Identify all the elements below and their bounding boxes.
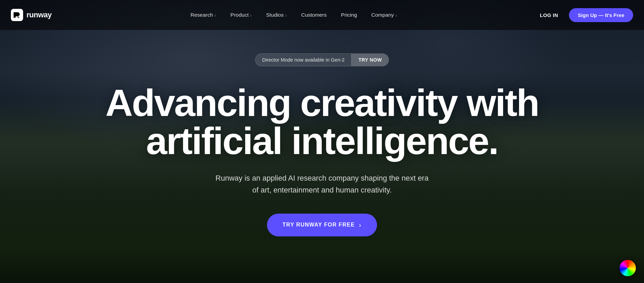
hero-content: Director Mode now available in Gen-2 TRY…	[0, 53, 644, 236]
nav-item-research[interactable]: Research ↓	[184, 9, 222, 21]
nav-item-company[interactable]: Company ↓	[365, 9, 403, 21]
hero-cta-arrow-icon: ›	[359, 221, 362, 229]
hero-cta-button[interactable]: TRY RUNWAY FOR FREE ›	[267, 214, 377, 236]
nav-right: LOG IN Sign Up — It's Free	[536, 8, 633, 22]
logo-text: runway	[26, 11, 52, 19]
login-button[interactable]: LOG IN	[536, 10, 562, 21]
hero-section: Director Mode now available in Gen-2 TRY…	[0, 0, 644, 283]
hero-subtitle: Runway is an applied AI research company…	[213, 172, 431, 196]
director-banner[interactable]: Director Mode now available in Gen-2 TRY…	[255, 53, 389, 66]
research-chevron-icon: ↓	[214, 13, 216, 17]
nav-item-product[interactable]: Product ↓	[225, 9, 258, 21]
product-chevron-icon: ↓	[250, 13, 252, 17]
director-banner-cta[interactable]: TRY NOW	[351, 54, 389, 66]
hero-cta-label: TRY RUNWAY FOR FREE	[283, 222, 355, 228]
signup-button[interactable]: Sign Up — It's Free	[569, 8, 633, 22]
studios-chevron-icon: ↓	[285, 13, 287, 17]
navbar: runway Research ↓ Product ↓ Studios ↓ Cu…	[0, 0, 644, 30]
nav-item-customers[interactable]: Customers	[295, 9, 333, 21]
director-banner-text: Director Mode now available in Gen-2	[255, 54, 352, 66]
nav-item-pricing[interactable]: Pricing	[335, 9, 363, 21]
color-wheel-icon[interactable]	[620, 260, 636, 276]
logo-link[interactable]: runway	[11, 9, 52, 21]
runway-logo-icon	[11, 9, 23, 21]
company-chevron-icon: ↓	[395, 13, 397, 17]
nav-item-studios[interactable]: Studios ↓	[260, 9, 293, 21]
hero-title: Advancing creativity with artificial int…	[84, 84, 560, 160]
nav-links: Research ↓ Product ↓ Studios ↓ Customers…	[184, 9, 403, 21]
